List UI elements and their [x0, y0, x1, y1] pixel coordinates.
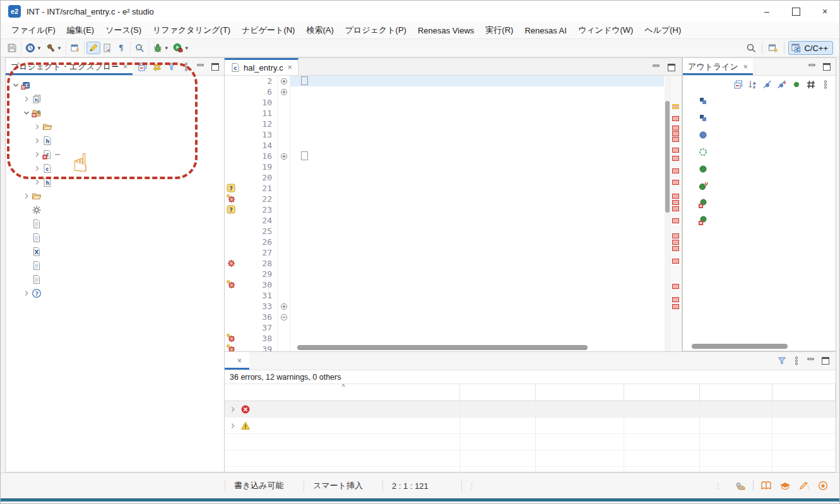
tab-project-explorer[interactable]: プロジェクト・エクスプローラ × — [6, 58, 133, 75]
overview-err-marker[interactable] — [672, 218, 679, 223]
overview-warn-marker[interactable] — [672, 104, 679, 109]
error-marker-icon[interactable] — [227, 344, 236, 351]
code-line-23[interactable] — [290, 204, 664, 215]
overview-err-marker[interactable] — [672, 148, 679, 153]
tree-item-icu-ep-c[interactable]: c — [6, 161, 224, 175]
overview-err-marker[interactable] — [672, 168, 679, 173]
code-line-38[interactable] — [290, 333, 664, 344]
view-menu-icon[interactable] — [820, 79, 831, 90]
editor-overview-ruler[interactable] — [670, 76, 682, 351]
editor-tab-hal-entry[interactable]: c hal_entry.c × — [225, 58, 299, 75]
hide-static-icon[interactable]: s — [777, 79, 787, 90]
overview-err-marker[interactable] — [672, 259, 679, 264]
minimize-icon[interactable] — [806, 356, 816, 366]
close-icon[interactable]: × — [810, 1, 839, 22]
code-line-26[interactable] — [290, 237, 664, 247]
chevron-collapsed-icon[interactable] — [32, 150, 42, 159]
overview-err-marker[interactable] — [672, 126, 679, 131]
column-header-3[interactable] — [624, 384, 699, 401]
code-line-14[interactable] — [290, 140, 664, 151]
help-marker-icon[interactable]: ? — [227, 205, 236, 214]
chevron-expanded-icon[interactable] — [21, 108, 32, 117]
menu-item-11[interactable]: ヘルプ(H) — [639, 23, 687, 38]
chevron-collapsed-icon[interactable] — [21, 289, 32, 298]
outline-item-fsp-cpp-header-[interactable] — [683, 126, 836, 143]
problems-row-0[interactable] — [225, 401, 836, 418]
tab-close-icon[interactable]: × — [237, 356, 242, 365]
error-marker-icon[interactable] — [227, 194, 236, 204]
fold-minus-icon[interactable] — [280, 314, 288, 321]
tree-item-icu-ek-ra6m5-ep-hex[interactable] — [6, 217, 224, 231]
hand-tool-icon[interactable] — [735, 481, 754, 491]
dropdown-arrow-icon[interactable]: ▼ — [184, 45, 189, 51]
bottom-tab-3[interactable] — [280, 352, 295, 370]
bottom-tab-1[interactable] — [249, 352, 264, 370]
tab-outline[interactable]: アウトライン × — [683, 58, 753, 75]
fold-plus-icon[interactable] — [280, 153, 288, 160]
overview-err-marker[interactable] — [672, 246, 679, 251]
tree-item-icu-ep-h[interactable]: h — [6, 175, 224, 189]
overview-err-marker[interactable] — [672, 116, 679, 121]
menu-item-2[interactable]: ソース(S) — [100, 23, 147, 38]
open-perspective-icon[interactable] — [766, 42, 780, 54]
code-line-11[interactable] — [290, 108, 664, 119]
overview-err-marker[interactable] — [672, 137, 679, 142]
error-marker-icon[interactable] — [227, 259, 236, 268]
search-icon[interactable] — [744, 42, 758, 54]
overview-err-marker[interactable] — [672, 131, 679, 136]
tree-item-script[interactable] — [6, 189, 224, 203]
outline-item-icu-ep-h[interactable] — [683, 109, 836, 126]
editor-horizontal-scrollbar[interactable] — [297, 345, 588, 350]
editor-tab-close-icon[interactable]: × — [288, 63, 292, 72]
code-line-16[interactable] — [290, 151, 664, 161]
menu-item-7[interactable]: Renesas Views — [412, 24, 480, 37]
outline-item-r-bsp-warmstart-bsp-warm-sta[interactable] — [683, 211, 836, 228]
minimize-icon[interactable] — [807, 62, 817, 72]
editor-code-content[interactable] — [290, 76, 664, 351]
chevron-collapsed-icon[interactable] — [21, 95, 32, 103]
minimize-icon[interactable]: – — [752, 1, 781, 22]
help-marker-icon[interactable]: ? — [227, 184, 236, 193]
tree-item-ra-cfg-txt[interactable] — [6, 273, 224, 286]
code-line-30[interactable] — [290, 279, 664, 290]
folded-region-box[interactable] — [301, 76, 308, 85]
toolbar-save-button[interactable] — [5, 42, 19, 54]
column-header-1[interactable] — [459, 384, 535, 401]
fold-plus-icon[interactable] — [280, 78, 288, 85]
tab-close-icon[interactable]: × — [123, 62, 127, 71]
hide-non-public-icon[interactable] — [791, 79, 802, 90]
tab-close-icon[interactable]: × — [743, 62, 748, 71]
error-marker-icon[interactable] — [227, 334, 236, 343]
code-line-29[interactable] — [290, 269, 664, 279]
problems-row-1[interactable] — [225, 418, 836, 434]
menu-item-0[interactable]: ファイル(F) — [6, 23, 61, 38]
tree-item-r7fa6m5bh3cfc-pincfg[interactable] — [6, 259, 224, 273]
code-line-37[interactable] — [290, 322, 664, 333]
overview-err-marker[interactable] — [672, 200, 679, 205]
menu-item-5[interactable]: 検索(A) — [300, 23, 339, 38]
tree-item-int-debug-[interactable]: C — [6, 78, 224, 92]
column-header-2[interactable] — [535, 384, 624, 401]
error-marker-icon[interactable] — [227, 280, 236, 290]
overview-err-marker[interactable] — [672, 284, 679, 289]
code-line-21[interactable] — [290, 183, 664, 194]
tree-item-includes[interactable]: h — [6, 92, 224, 106]
view-menu-icon[interactable] — [181, 62, 191, 72]
chevron-collapsed-icon[interactable] — [21, 192, 32, 201]
overview-err-marker[interactable] — [672, 233, 679, 238]
filter-icon[interactable] — [167, 62, 177, 72]
chevron-collapsed-icon[interactable] — [32, 136, 42, 145]
overview-err-marker[interactable] — [672, 156, 679, 161]
code-line-28[interactable] — [290, 258, 664, 269]
hide-fields-icon[interactable] — [762, 79, 772, 90]
sort-icon[interactable]: az — [748, 79, 758, 90]
code-line-19[interactable] — [290, 161, 664, 172]
menu-item-9[interactable]: Renesas AI — [519, 24, 572, 37]
pen-icon[interactable] — [798, 481, 810, 491]
code-line-24[interactable] — [290, 215, 664, 226]
minimize-icon[interactable] — [651, 62, 661, 73]
menu-item-10[interactable]: ウィンドウ(W) — [572, 23, 639, 38]
column-header-0[interactable]: ^ — [225, 384, 459, 401]
maximize-icon[interactable] — [210, 62, 220, 72]
tree-item-segger-rtt[interactable] — [6, 120, 224, 134]
